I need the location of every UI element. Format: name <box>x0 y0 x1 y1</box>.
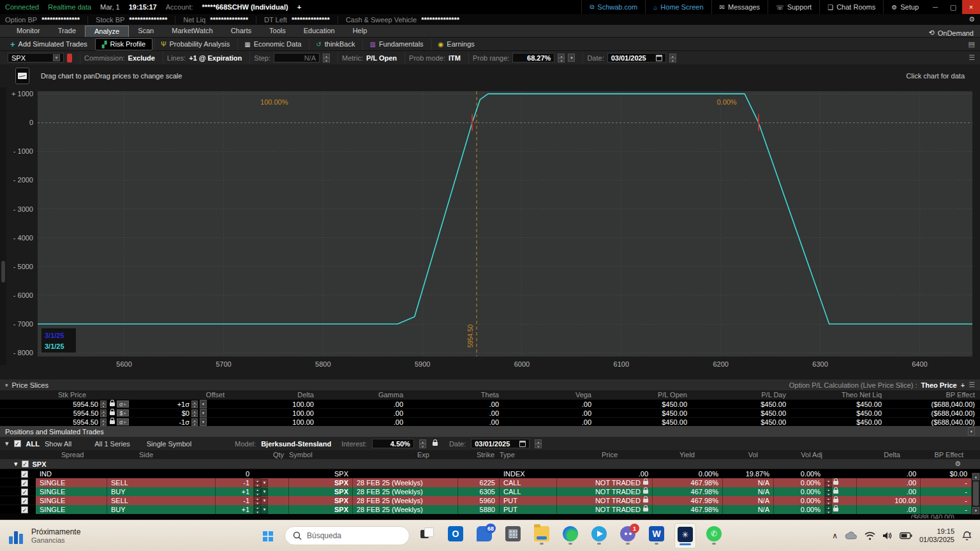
interest-input[interactable]: 4.50% <box>372 439 414 448</box>
tab-scan[interactable]: Scan <box>129 26 163 37</box>
taskbar-app-edge[interactable] <box>560 523 581 548</box>
type-cell[interactable]: PUT <box>500 505 557 514</box>
offset-dropdown[interactable]: ▼ <box>200 418 207 426</box>
minimize-button[interactable]: ─ <box>926 0 944 14</box>
taskbar-app-calculator[interactable] <box>502 523 524 548</box>
scroll-thumb[interactable] <box>973 481 979 506</box>
restore-button[interactable]: ▢ <box>944 0 962 14</box>
scroll-up-icon[interactable]: ▲ <box>972 473 979 480</box>
vol-stepper[interactable]: ▴▾ <box>825 478 832 487</box>
slices-menu-icon[interactable]: ☰ <box>969 381 975 389</box>
account-value[interactable]: *****668SCHW (Individual) <box>202 3 288 11</box>
tab-charts[interactable]: Charts <box>222 26 260 37</box>
report-icon[interactable]: ▤ <box>969 40 975 48</box>
view-thinkback[interactable]: ↺thinkBack <box>309 38 361 50</box>
qty-dropdown[interactable]: ▼ <box>261 479 268 487</box>
all-checkbox[interactable] <box>14 440 21 447</box>
menu-icon[interactable]: ☰ <box>969 54 975 62</box>
offset-mode-button[interactable]: σ <box>117 400 129 408</box>
view-earnings[interactable]: ◉Earnings <box>431 38 481 50</box>
titlebar-link-support[interactable]: ☏Support <box>768 0 819 14</box>
strike-cell[interactable]: 5960 <box>458 496 500 505</box>
view-probability-analysis[interactable]: ΨProbability Analysis <box>154 38 236 50</box>
wifi-icon[interactable] <box>865 531 875 540</box>
type-cell[interactable]: CALL <box>500 478 557 487</box>
row-checkbox[interactable] <box>21 471 28 478</box>
prob-range-stepper[interactable]: ▴▾ <box>558 54 565 62</box>
exp-cell[interactable]: 28 FEB 25 (Weeklys) <box>353 478 458 487</box>
offset-stepper[interactable]: ▴▾ <box>191 418 198 426</box>
titlebar-link-setup[interactable]: ⚙Setup <box>883 0 926 14</box>
alert-icon[interactable] <box>67 54 72 62</box>
strike-cell[interactable]: 6305 <box>458 487 500 496</box>
tab-trade[interactable]: Trade <box>49 26 85 37</box>
group-checkbox[interactable] <box>22 460 29 467</box>
tab-education[interactable]: Education <box>295 26 344 37</box>
risk-profile-chart[interactable]: + 10000- 1000- 2000- 3000- 4000- 5000- 6… <box>0 87 980 379</box>
gear-icon[interactable]: ⚙ <box>969 15 975 24</box>
view-fundamentals[interactable]: ▥Fundamentals <box>362 38 429 50</box>
onedrive-icon[interactable] <box>845 531 858 540</box>
offset-dropdown[interactable]: ▼ <box>200 409 207 417</box>
lock-icon[interactable] <box>433 442 438 446</box>
chart-style-icon[interactable] <box>15 68 29 84</box>
lock-icon[interactable] <box>833 481 838 485</box>
offset-dropdown[interactable]: ▼ <box>200 400 207 408</box>
vol-stepper[interactable]: ▴▾ <box>825 487 832 496</box>
add-slice-button[interactable]: + <box>961 381 965 389</box>
vol-stepper[interactable]: ▴▾ <box>825 496 832 505</box>
step-input[interactable]: N/A <box>274 53 320 62</box>
close-button[interactable]: × <box>962 0 980 14</box>
qty-dropdown[interactable]: ▼ <box>261 506 268 514</box>
titlebar-link-messages[interactable]: ✉Messages <box>711 0 768 14</box>
scroll-down-icon[interactable]: ▼ <box>972 507 979 514</box>
taskbar-app-outlook[interactable]: O <box>445 523 466 548</box>
row-checkbox[interactable] <box>21 480 28 487</box>
lock-icon[interactable] <box>833 508 838 511</box>
exp-cell[interactable]: 28 FEB 25 (Weeklys) <box>353 505 458 514</box>
series-select[interactable]: All 1 Series <box>94 440 130 448</box>
offset-mode-button[interactable]: $ <box>117 409 129 416</box>
lock-icon[interactable] <box>833 490 838 494</box>
taskbar-app-word[interactable]: W <box>646 523 667 548</box>
exp-cell[interactable]: 28 FEB 25 (Weeklys) <box>353 496 458 505</box>
lines-setting[interactable]: Lines: +1 @ Expiration <box>163 51 246 65</box>
lock-icon[interactable] <box>833 499 838 503</box>
search-box[interactable]: Búsqueda <box>285 526 410 545</box>
positions-date-input[interactable]: 03/01/2025 <box>471 439 530 448</box>
date-input[interactable]: 03/01/2025 <box>607 53 666 62</box>
offset-mode-button[interactable]: σ <box>117 418 129 425</box>
symbol-mode-select[interactable]: Single Symbol <box>147 440 191 448</box>
qty-dropdown[interactable]: ▼ <box>261 497 268 505</box>
price-cell[interactable]: NOT TRADED <box>557 505 653 514</box>
add-simulated-trades-button[interactable]: + Add Simulated Trades <box>4 38 94 50</box>
clock[interactable]: 19:15 01/03/2025 <box>919 527 954 544</box>
row-checkbox[interactable] <box>21 497 28 504</box>
view-risk-profile[interactable]: ▞Risk Profile <box>95 38 152 50</box>
lock-icon[interactable] <box>110 411 115 415</box>
type-cell[interactable]: PUT <box>500 496 557 505</box>
positions-date-stepper[interactable]: ▴▾ <box>535 439 542 448</box>
taskbar-app-discord[interactable]: 1 <box>617 523 639 548</box>
qty-stepper[interactable]: ▴▾ <box>254 496 261 505</box>
strike-cell[interactable]: 6225 <box>458 478 500 487</box>
positions-collapse-icon[interactable]: ▼ <box>968 427 975 436</box>
taskbar-app-task-view[interactable] <box>416 523 438 548</box>
titlebar-link-schwab-com[interactable]: ⧉Schwab.com <box>581 0 645 14</box>
tab-monitor[interactable]: Monitor <box>8 26 49 37</box>
lock-icon[interactable] <box>110 402 115 406</box>
qty-stepper[interactable]: ▴▾ <box>254 505 261 514</box>
tab-marketwatch[interactable]: MarketWatch <box>163 26 221 37</box>
tray-expand-icon[interactable]: ∧ <box>832 531 838 540</box>
taskbar-app-chat[interactable]: 68 <box>473 523 495 548</box>
taskbar-app-thinkorswim[interactable]: ✳ <box>674 523 696 548</box>
model-value[interactable]: Bjerksund-Stensland <box>261 440 331 448</box>
row-checkbox[interactable] <box>21 489 28 496</box>
strike-cell[interactable]: 5880 <box>458 505 500 514</box>
stk-price-stepper[interactable]: ▴▾ <box>100 400 107 408</box>
gear-icon[interactable]: ⚙ <box>954 460 961 468</box>
date-stepper[interactable]: ▴▾ <box>669 54 676 62</box>
caret-icon[interactable]: ▾ <box>5 439 9 448</box>
qty-stepper[interactable]: ▴▾ <box>254 478 261 487</box>
offset-stepper[interactable]: ▴▾ <box>191 409 198 417</box>
